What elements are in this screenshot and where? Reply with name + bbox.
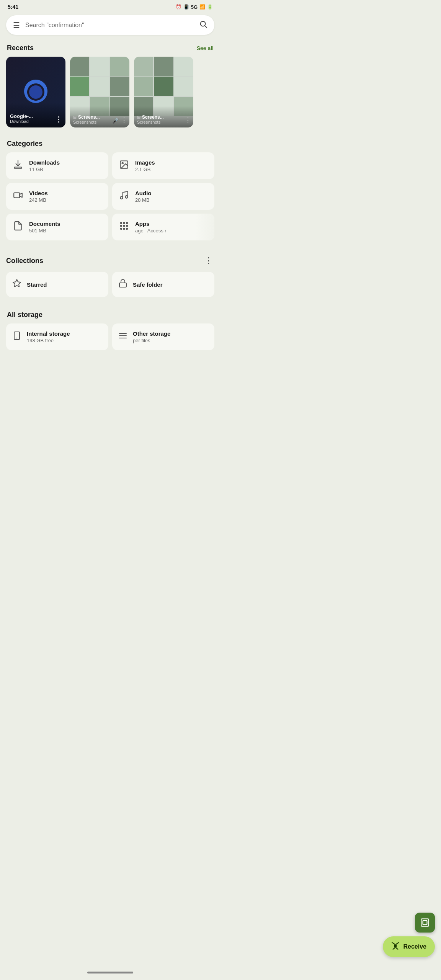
internal-storage-name: Internal storage — [27, 330, 70, 337]
recent-item-screenshots-2[interactable]: ⊞ Screens... Screenshots ⋮ — [134, 57, 193, 127]
category-audio[interactable]: Audio 28 MB — [112, 183, 214, 210]
safe-folder-name: Safe folder — [133, 281, 163, 288]
apps-name: Apps — [135, 220, 167, 227]
collection-starred[interactable]: Starred — [6, 272, 108, 297]
recent-card-label-sc2: ⊞ Screens... Screenshots — [134, 106, 193, 127]
all-storage-title: All storage — [7, 311, 42, 319]
svg-point-15 — [123, 228, 124, 229]
svg-marker-17 — [13, 279, 21, 287]
starred-name: Starred — [27, 281, 47, 288]
svg-point-9 — [123, 222, 124, 224]
network-5g: 5G — [191, 4, 198, 10]
svg-point-16 — [126, 228, 127, 229]
recent-card-name-sc1: Screens... — [78, 114, 100, 120]
category-downloads[interactable]: Downloads 11 GB — [6, 152, 108, 179]
recent-item-google[interactable]: Google-... Download ⋮ — [6, 57, 65, 127]
svg-rect-18 — [119, 283, 126, 287]
other-storage-sub: per files — [133, 338, 170, 343]
battery-icon: 🔋 — [207, 4, 213, 10]
categories-grid: Downloads 11 GB Images 2.1 GB — [6, 152, 214, 240]
categories-section: Categories Downloads 11 GB — [0, 140, 220, 240]
collections-section: Collections ⋮ Starred Safe folder — [0, 247, 220, 297]
recents-title: Recents — [7, 44, 34, 52]
other-storage-name: Other storage — [133, 330, 170, 337]
documents-icon — [12, 221, 24, 233]
all-storage-header: All storage — [6, 311, 214, 323]
recent-card-more-sc1[interactable]: ⋮ — [121, 116, 127, 124]
images-size: 2.1 GB — [135, 167, 155, 172]
videos-name: Videos — [29, 190, 48, 196]
category-apps[interactable]: Apps age Access r — [112, 214, 214, 240]
all-storage-section: All storage Internal storage 198 GB free — [0, 303, 220, 350]
images-name: Images — [135, 159, 155, 166]
downloads-size: 11 GB — [29, 167, 60, 172]
category-documents[interactable]: Documents 501 MB — [6, 214, 108, 240]
internal-storage-info: Internal storage 198 GB free — [27, 330, 70, 343]
vibrate-icon: 📳 — [183, 4, 189, 10]
svg-point-14 — [121, 228, 122, 229]
category-videos[interactable]: Videos 242 MB — [6, 183, 108, 210]
svg-point-13 — [126, 225, 127, 226]
apps-size: age Access r — [135, 228, 167, 234]
collection-safe-folder[interactable]: Safe folder — [112, 272, 214, 297]
svg-point-7 — [125, 196, 128, 198]
other-storage-icon — [118, 331, 127, 343]
collections-grid: Starred Safe folder — [6, 272, 214, 297]
status-time: 5:41 — [8, 4, 18, 10]
videos-size: 242 MB — [29, 197, 48, 203]
svg-rect-2 — [14, 167, 22, 168]
storage-grid: Internal storage 198 GB free Other stora… — [6, 323, 214, 350]
storage-other[interactable]: Other storage per files — [112, 323, 214, 350]
downloads-name: Downloads — [29, 159, 60, 166]
videos-info: Videos 242 MB — [29, 190, 48, 203]
audio-info: Audio 28 MB — [135, 190, 152, 203]
other-storage-overflow — [199, 323, 214, 350]
see-all-button[interactable]: See all — [197, 45, 214, 51]
collections-header: Collections ⋮ — [6, 254, 214, 267]
collections-more-button[interactable]: ⋮ — [203, 254, 214, 267]
search-bar[interactable]: ☰ Search "confirmation" — [6, 15, 214, 35]
documents-size: 501 MB — [29, 228, 60, 234]
apps-icon — [118, 221, 130, 233]
other-storage-info: Other storage per files — [133, 330, 170, 343]
recent-card-more-mic: 🎤 — [112, 118, 119, 124]
starred-icon — [12, 279, 21, 290]
svg-point-12 — [123, 225, 124, 226]
svg-point-4 — [122, 163, 123, 164]
recent-card-sub-google: Download — [10, 119, 62, 124]
internal-storage-icon — [12, 331, 21, 343]
categories-title: Categories — [7, 140, 42, 148]
recent-card-more-sc2[interactable]: ⋮ — [185, 116, 191, 124]
recents-header: Recents See all — [0, 41, 220, 57]
svg-rect-5 — [14, 193, 20, 198]
documents-name: Documents — [29, 220, 60, 227]
hamburger-icon[interactable]: ☰ — [13, 21, 20, 30]
categories-header: Categories — [6, 140, 214, 152]
svg-point-11 — [121, 225, 122, 226]
audio-icon — [118, 190, 130, 203]
downloads-info: Downloads 11 GB — [29, 159, 60, 172]
downloads-icon — [12, 160, 24, 172]
svg-point-10 — [126, 222, 127, 224]
category-images[interactable]: Images 2.1 GB — [112, 152, 214, 179]
storage-internal[interactable]: Internal storage 198 GB free — [6, 323, 108, 350]
safe-folder-icon — [118, 279, 127, 290]
alarm-icon: ⏰ — [176, 4, 181, 10]
status-icons: ⏰ 📳 5G 📶 🔋 — [176, 4, 213, 10]
images-info: Images 2.1 GB — [135, 159, 155, 172]
search-icon[interactable] — [199, 20, 207, 30]
signal-icon: 📶 — [199, 4, 205, 10]
recent-card-name-google: Google-... — [10, 113, 62, 119]
svg-point-8 — [121, 222, 122, 224]
apps-overflow-overlay — [195, 214, 214, 240]
recent-card-label-sc1: ⊞ Screens... Screenshots — [70, 106, 129, 127]
apps-info: Apps age Access r — [135, 220, 167, 234]
audio-size: 28 MB — [135, 197, 152, 203]
recent-item-screenshots-1[interactable]: ⊞ Screens... Screenshots ⋮ 🎤 — [70, 57, 129, 127]
search-input-text[interactable]: Search "confirmation" — [25, 22, 194, 29]
recent-card-sub-sc2: Screenshots — [137, 120, 190, 124]
collections-title: Collections — [6, 257, 43, 265]
audio-name: Audio — [135, 190, 152, 196]
recent-card-more-google[interactable]: ⋮ — [55, 115, 62, 124]
svg-point-6 — [120, 196, 123, 199]
